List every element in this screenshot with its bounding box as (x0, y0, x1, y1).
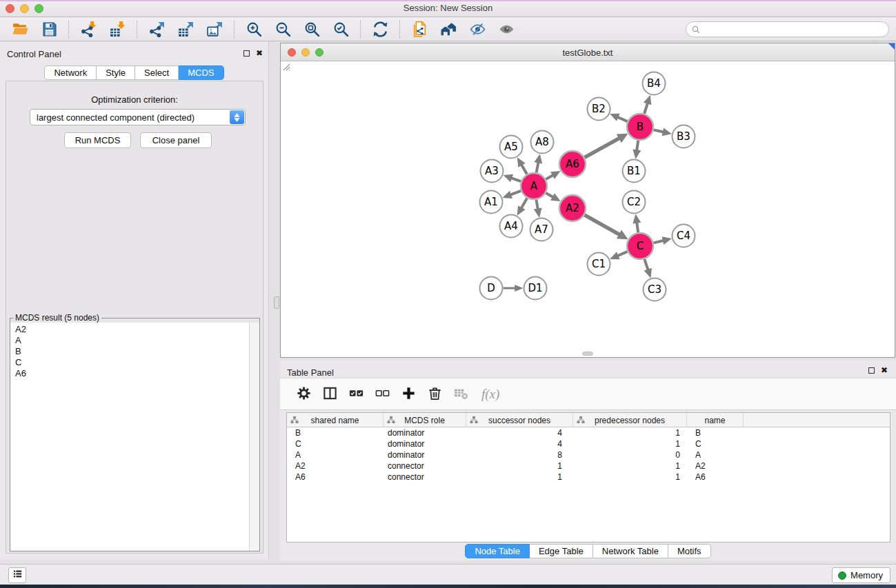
edge-C-C4[interactable] (653, 236, 672, 245)
table-row[interactable]: Cdominator41C (287, 438, 890, 449)
node-B4[interactable]: B4 (643, 72, 666, 95)
optimization-dropdown[interactable]: largest connected component (directed) (30, 109, 246, 125)
tab-mcds[interactable]: MCDS (179, 65, 223, 80)
tab-node-table[interactable]: Node Table (465, 544, 530, 558)
column-header-MCDS-role[interactable]: MCDS role (384, 413, 466, 427)
table-row[interactable]: A6connector11A6 (287, 472, 890, 483)
edge-C-C2[interactable] (633, 214, 641, 232)
node-A8[interactable]: A8 (531, 131, 554, 154)
node-B[interactable]: B (627, 114, 653, 140)
run-mcds-button[interactable]: Run MCDS (64, 132, 131, 148)
node-A7[interactable]: A7 (530, 219, 553, 241)
tab-select[interactable]: Select (135, 65, 179, 80)
table-row[interactable]: A2connector11A2 (287, 460, 890, 472)
node-C1[interactable]: C1 (588, 253, 610, 276)
fx-function-button[interactable]: f(x) (481, 387, 499, 402)
node-A1[interactable]: A1 (480, 191, 503, 214)
export-image-button[interactable] (204, 19, 225, 40)
edge-A-A8[interactable] (534, 154, 542, 172)
trash-button[interactable] (426, 385, 445, 404)
task-history-button[interactable] (8, 567, 26, 583)
unselect-all-button[interactable] (373, 385, 392, 404)
edge-A-A3[interactable] (503, 174, 521, 182)
node-A[interactable]: A (521, 173, 547, 199)
column-header-shared-name[interactable]: shared name (287, 413, 384, 427)
node-A5[interactable]: A5 (500, 136, 523, 159)
node-A6[interactable]: A6 (559, 151, 586, 177)
node-C4[interactable]: C4 (673, 225, 695, 247)
node-C[interactable]: C (627, 233, 653, 259)
control-panel-close-button[interactable]: ✖ (256, 50, 263, 57)
edge-B-B2[interactable] (610, 114, 628, 121)
zoom-in-button[interactable] (243, 19, 264, 40)
tab-network-table[interactable]: Network Table (593, 544, 668, 558)
node-C3[interactable]: C3 (644, 278, 666, 301)
save-session-button[interactable] (39, 19, 59, 40)
edge-A-A5[interactable] (517, 157, 527, 174)
export-table-button[interactable] (175, 19, 196, 40)
edge-A-A7[interactable] (534, 200, 542, 218)
import-network-button[interactable] (78, 19, 99, 40)
edge-C-C3[interactable] (644, 259, 652, 278)
zoom-fit-button[interactable] (301, 19, 322, 40)
mcds-result-item[interactable]: A (10, 335, 249, 346)
tab-motifs[interactable]: Motifs (668, 544, 711, 558)
table-panel-float-button[interactable] (868, 367, 875, 374)
edge-A-A1[interactable] (502, 191, 521, 199)
search-input[interactable] (704, 23, 884, 36)
table-panel-close-button[interactable]: ✖ (881, 367, 888, 374)
refresh-layout-button[interactable] (370, 19, 390, 40)
edge-A-A2[interactable] (546, 193, 560, 201)
node-D[interactable]: D (480, 277, 503, 300)
open-session-file-button[interactable] (409, 19, 430, 40)
node-A3[interactable]: A3 (481, 160, 504, 183)
import-table-button[interactable] (107, 19, 128, 40)
resize-grip-icon[interactable] (281, 61, 290, 71)
edge-A2-C[interactable] (584, 215, 628, 239)
close-panel-button[interactable]: Close panel (140, 132, 212, 148)
node-D1[interactable]: D1 (524, 277, 547, 300)
mcds-result-item[interactable]: A2 (10, 324, 249, 335)
edge-D-D1[interactable] (504, 285, 524, 292)
tab-edge-table[interactable]: Edge Table (530, 544, 593, 558)
export-network-button[interactable] (146, 19, 167, 40)
column-header-successor-nodes[interactable]: successor nodes (466, 413, 573, 427)
splitter-handle[interactable] (274, 296, 279, 309)
tab-style[interactable]: Style (97, 65, 135, 80)
node-B2[interactable]: B2 (588, 98, 610, 121)
edge-A-A4[interactable] (517, 198, 527, 215)
edge-A6-B[interactable] (585, 134, 628, 158)
mcds-result-item[interactable]: B (10, 346, 249, 357)
add-button[interactable] (399, 385, 419, 404)
edge-C-C1[interactable] (610, 252, 628, 259)
edge-B-B1[interactable] (633, 141, 641, 159)
open-file-button[interactable] (10, 19, 30, 40)
edge-B-B3[interactable] (654, 128, 672, 136)
hide-eye-button[interactable] (467, 19, 488, 40)
node-B3[interactable]: B3 (673, 125, 695, 148)
home-view-button[interactable] (438, 19, 459, 40)
tab-network[interactable]: Network (44, 65, 97, 80)
node-A2[interactable]: A2 (559, 195, 586, 221)
columns-button[interactable] (321, 385, 340, 404)
node-A4[interactable]: A4 (500, 215, 523, 238)
show-eye-button[interactable] (496, 19, 517, 40)
network-hscrollbar[interactable] (582, 352, 593, 356)
column-header-name[interactable]: name (687, 413, 744, 427)
gear-button[interactable] (295, 385, 314, 404)
memory-button[interactable]: Memory (832, 567, 890, 583)
mcds-result-item[interactable]: C (10, 357, 249, 368)
network-canvas[interactable]: B4B2BB3B1A5A8A6A3AA1A2C2A4A7CC4C1C3DD1 (281, 61, 895, 357)
select-all-button[interactable] (347, 385, 366, 404)
table-row[interactable]: Adominator80A (287, 449, 890, 460)
node-C2[interactable]: C2 (623, 191, 646, 214)
edge-A-A6[interactable] (546, 171, 560, 179)
zoom-selected-button[interactable] (330, 19, 351, 40)
column-header-predecessor-nodes[interactable]: predecessor nodes (573, 413, 687, 427)
edge-B-B4[interactable] (644, 95, 651, 114)
zoom-out-button[interactable] (272, 19, 293, 40)
control-panel-float-button[interactable] (243, 50, 250, 57)
table-row[interactable]: Bdominator41B (287, 427, 890, 438)
delete-table-button[interactable] (452, 385, 471, 404)
mcds-result-scrollbar[interactable] (249, 323, 259, 551)
